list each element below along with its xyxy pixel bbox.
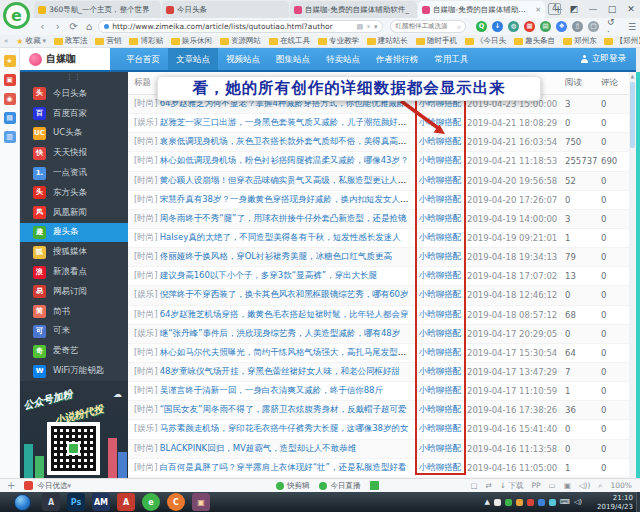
extension-icon[interactable]: ↓	[492, 21, 503, 32]
page-scrollbar[interactable]: ▲	[629, 72, 636, 478]
article-author-link[interactable]: 小晗聊搭配	[413, 309, 467, 321]
extension-icon[interactable]: ▤	[540, 21, 551, 32]
sidebar-item[interactable]: 趣 趣头条	[20, 223, 128, 243]
daily-picks-label[interactable]: 今日优选	[37, 481, 67, 491]
article-author-link[interactable]: 小晗聊搭配	[413, 289, 467, 301]
url-text[interactable]: http://www.zimeika.com/article/lists/qut…	[112, 22, 353, 31]
article-author-link[interactable]: 小晗聊搭配	[413, 213, 467, 225]
sidebar-item[interactable]: 头 今日头条	[20, 84, 128, 104]
browser-tab[interactable]: 自媒咖-免费的自媒体辅助软件_ ✕	[290, 1, 417, 18]
home-button[interactable]: ⌂	[83, 21, 96, 32]
status-icon[interactable]: PP	[531, 481, 540, 490]
forward-button[interactable]: ›	[52, 21, 65, 32]
status-icon[interactable]: 100%	[611, 481, 632, 490]
show-desktop-button[interactable]	[636, 492, 640, 512]
bookmark-item[interactable]: 郑州东	[563, 36, 597, 46]
bookmark-item[interactable]: 趣头条自	[514, 36, 555, 46]
maximize-button[interactable]: □	[606, 3, 618, 15]
login-button[interactable]: 立即登录	[581, 53, 626, 65]
site-nav-item[interactable]: 文章站点	[168, 48, 218, 70]
article-title-link[interactable]: 黄心颖人设崩塌！但穿衣品味确实贵气又高级，私服造型更让人喜欢	[160, 175, 413, 185]
scrollbar-thumb[interactable]	[630, 82, 635, 148]
site-nav-item[interactable]: 图集站点	[268, 48, 318, 70]
tray-icon[interactable]	[527, 499, 534, 506]
undo-icon[interactable]: ↺ ·	[607, 17, 620, 37]
theme-icon[interactable]: ◩	[568, 3, 580, 15]
reading-mode-icon[interactable]	[370, 481, 379, 490]
article-author-link[interactable]: 小晗聊搭配	[413, 328, 467, 340]
bookmark-item[interactable]: 在线工具	[269, 36, 310, 46]
speed-icon[interactable]: ⚡	[366, 23, 371, 31]
article-title-link[interactable]: Halsey真的太绝了，不同造型美得各有千秋，短发性感长发迷人	[160, 232, 401, 242]
side-tool-icon[interactable]: ▥	[4, 131, 16, 143]
browser-tab[interactable]: 今日头条 ✕	[162, 1, 289, 18]
sidebar-item[interactable]: 浪 新浪看点	[20, 262, 128, 282]
bookmark-item[interactable]: 【郑州】	[604, 36, 640, 46]
extension-icon[interactable]: Q	[476, 21, 487, 32]
sidebar-item[interactable]: 快 天天快报	[20, 143, 128, 163]
article-author-link[interactable]: 小晗聊搭配	[413, 155, 467, 167]
status-icon[interactable]: ◁))	[579, 481, 591, 490]
tray-icon[interactable]	[549, 499, 556, 506]
article-author-link[interactable]: 小晗聊搭配	[413, 462, 467, 474]
extension-icon[interactable]: ◍	[508, 21, 519, 32]
ime-icon[interactable]: ⌨	[560, 498, 570, 506]
bookmark-item[interactable]: 营销	[95, 36, 121, 46]
quick-tool-item[interactable]: 今日直播	[319, 481, 360, 491]
article-title-link[interactable]: 宋慧乔真有38岁？一身嫩黄色穿搭现身好减龄，换内扣短发女人味足	[160, 194, 413, 204]
article-title-link[interactable]: 继“张丹峰”事件后，洪欣现身综艺秀，人美造型减龄，哪有48岁	[160, 328, 401, 338]
dropdown-icon[interactable]: ▾	[374, 23, 378, 31]
minimize-button[interactable]: —	[587, 3, 599, 15]
add-button[interactable]: +	[7, 481, 15, 491]
extension-icon[interactable]: ▢	[588, 21, 599, 32]
taskbar-app-icon[interactable]: A	[42, 493, 60, 511]
tray-expand-icon[interactable]: ▲	[484, 498, 489, 506]
article-title-link[interactable]: BLACKPINK回归，MV超霸气，造型却让人不敢恭维	[160, 443, 357, 453]
tab-close-icon[interactable]: ✕	[535, 6, 541, 14]
url-field[interactable]: http://www.zimeika.com/article/lists/qut…	[98, 20, 383, 33]
tray-icon[interactable]	[516, 499, 523, 506]
taskbar-app-icon[interactable]: C	[167, 493, 185, 511]
article-title-link[interactable]: 佟丽娅终于换风格，穿OL衬衫裙秀美腿，冰糖色口红气质更高	[160, 251, 392, 261]
sidebar-item[interactable]: W WiFi万能钥匙	[20, 361, 128, 381]
browser-logo-icon[interactable]: e	[3, 2, 30, 29]
side-tool-icon[interactable]: ★	[4, 55, 16, 67]
tray-icon[interactable]	[538, 499, 545, 506]
side-tool-icon[interactable]: ◉	[4, 93, 16, 105]
bookmark-item[interactable]: 建站站长	[367, 36, 408, 46]
bookmark-item[interactable]: 随时手机	[416, 36, 457, 46]
article-title-link[interactable]: 吴谨言终于清新一回，一身白衣清爽又减龄，终于信你88斤	[160, 385, 383, 395]
status-icon[interactable]: ↓ 下载	[500, 481, 524, 491]
article-author-link[interactable]: 小晗聊搭配	[413, 404, 467, 416]
article-author-link[interactable]: 小晗聊搭配	[413, 443, 467, 455]
site-nav-item[interactable]: 平台首页	[118, 48, 168, 70]
site-nav-item[interactable]: 特卖站点	[318, 48, 368, 70]
article-author-link[interactable]: 小晗聊搭配	[413, 423, 467, 435]
menu-icon[interactable]: ☰	[628, 22, 636, 32]
article-author-link[interactable]: 小晗聊搭配	[413, 347, 467, 359]
article-author-link[interactable]: 小晗聊搭配	[413, 117, 467, 129]
taskbar-app-icon[interactable]: ▣	[192, 493, 210, 511]
taskbar-clock[interactable]: 21:10 2019/4/23	[597, 494, 633, 511]
article-author-link[interactable]: 小晗聊搭配	[413, 232, 467, 244]
article-title-link[interactable]: “国民女友”周冬雨不得了，露脐卫衣炫腹秀身材，反戴帽子超可爱	[160, 404, 407, 414]
taskbar-app-icon[interactable]: e	[142, 493, 160, 511]
bookmark-item[interactable]: 博彩贴	[129, 36, 163, 46]
sidebar-item[interactable]: 百 百度百家	[20, 104, 128, 124]
sidebar-item[interactable]: 狐 搜狐媒体	[20, 242, 128, 262]
extension-icon[interactable]: ▯	[572, 21, 583, 32]
quick-tool-item[interactable]: 快剪辑	[276, 481, 310, 491]
sidebar-item[interactable]: 简 简书	[20, 302, 128, 322]
status-icon[interactable]: ⌕	[598, 481, 602, 491]
sidebar-item[interactable]: 奇 爱奇艺	[20, 341, 128, 361]
article-title-link[interactable]: 白百何是真胖了吗？穿半露肩上衣体现好“壮”，还是私服造型好看	[160, 462, 407, 472]
article-author-link[interactable]: 小晗聊搭配	[413, 385, 467, 397]
sidebar-item[interactable]: 可 可来	[20, 322, 128, 342]
article-author-link[interactable]: 小晗聊搭配	[413, 175, 467, 187]
article-title-link[interactable]: 马苏素颜走机场，穿印花毛衣搭牛仔裤秀大长腿，这哪像38岁的女	[160, 423, 409, 433]
site-logo[interactable]: 自媒咖	[20, 48, 110, 70]
site-nav-item[interactable]: 作者排行榜	[368, 48, 427, 70]
sidebar-item[interactable]: UC UC头条	[20, 124, 128, 144]
sidebar-item[interactable]: 凤 凤凰新闻	[20, 203, 128, 223]
tab-count-badge[interactable]: 4	[548, 3, 561, 15]
